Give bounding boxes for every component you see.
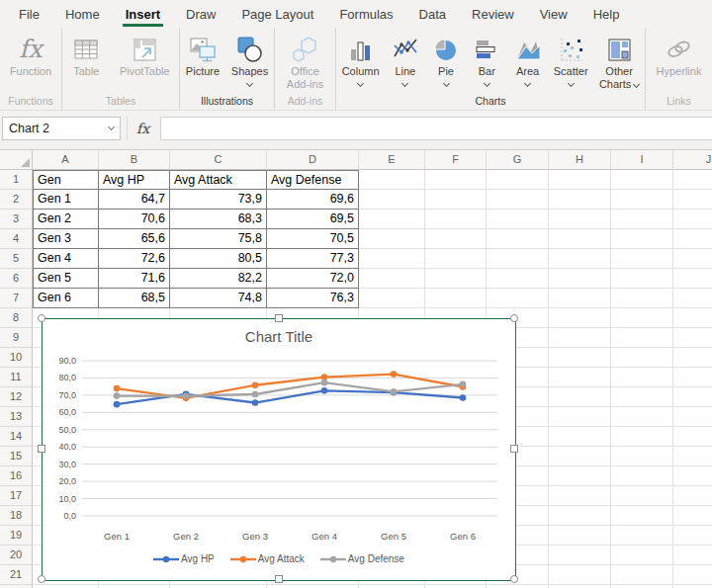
cell-B7[interactable]: 68,5 (99, 289, 170, 308)
cell-D7[interactable]: 76,3 (267, 289, 359, 308)
cell-I14[interactable] (611, 427, 673, 447)
cell-F6[interactable] (425, 269, 487, 289)
cell-I11[interactable] (611, 368, 673, 387)
cell-J3[interactable] (673, 210, 712, 229)
cell-I4[interactable] (611, 229, 673, 249)
cell-F2[interactable] (425, 190, 487, 210)
cell-A4[interactable]: Gen 3 (33, 229, 99, 249)
cell-H10[interactable] (549, 348, 611, 368)
area-chart-button[interactable]: Area (510, 32, 546, 88)
column-chart-button[interactable]: Column (339, 32, 383, 88)
row-header-20[interactable]: 20 (0, 546, 33, 565)
row-header-14[interactable]: 14 (0, 427, 33, 447)
cell-J4[interactable] (673, 229, 712, 249)
cell-H12[interactable] (549, 387, 611, 407)
cell-I3[interactable] (611, 210, 673, 229)
cell-F7[interactable] (425, 289, 487, 308)
cell-I8[interactable] (611, 308, 673, 328)
formula-bar-input[interactable] (160, 117, 712, 140)
cell-C3[interactable]: 68,3 (170, 210, 267, 229)
cell-I7[interactable] (611, 289, 673, 308)
cell-I20[interactable] (611, 546, 673, 565)
column-header-A[interactable]: A (33, 150, 99, 170)
cell-J18[interactable] (673, 506, 712, 526)
cell-D1[interactable]: Avg Defense (267, 170, 359, 190)
cell-J20[interactable] (673, 546, 712, 565)
cell-J6[interactable] (673, 269, 712, 289)
cell-I18[interactable] (611, 506, 673, 526)
row-header-9[interactable]: 9 (0, 328, 33, 348)
cell-J7[interactable] (673, 289, 712, 308)
cell-I17[interactable] (611, 486, 673, 506)
cell-E7[interactable] (359, 289, 425, 308)
column-header-J[interactable]: J (673, 150, 712, 170)
cell-B6[interactable]: 71,6 (99, 269, 170, 289)
cell-C5[interactable]: 80,5 (170, 249, 267, 269)
cell-H9[interactable] (549, 328, 611, 348)
other-charts-button[interactable]: Other Charts (596, 32, 642, 93)
selection-handle-bottom-left[interactable] (38, 575, 45, 583)
cell-I19[interactable] (611, 526, 673, 546)
cell-J21[interactable] (673, 565, 712, 585)
row-header-18[interactable]: 18 (0, 506, 33, 526)
row-header-8[interactable]: 8 (0, 308, 33, 328)
name-box[interactable]: Chart 2 (2, 117, 121, 140)
cell-H19[interactable] (549, 526, 611, 546)
tab-help[interactable]: Help (580, 3, 633, 28)
row-header-10[interactable]: 10 (0, 348, 33, 368)
cell-I1[interactable] (611, 170, 673, 190)
tab-file[interactable]: File (6, 3, 52, 28)
cell-J14[interactable] (673, 427, 712, 447)
cell-E3[interactable] (359, 210, 425, 229)
cell-H6[interactable] (549, 269, 611, 289)
cell-J15[interactable] (673, 447, 712, 466)
cell-I16[interactable] (611, 466, 673, 486)
cell-A6[interactable]: Gen 5 (33, 269, 99, 289)
cell-H16[interactable] (549, 466, 611, 486)
tab-formulas[interactable]: Formulas (326, 3, 405, 28)
cell-H1[interactable] (549, 170, 611, 190)
selection-handle-top-right[interactable] (510, 314, 518, 322)
selection-handle-top-left[interactable] (38, 314, 45, 322)
cell-H8[interactable] (549, 308, 611, 328)
cell-J8[interactable] (673, 308, 712, 328)
row-header-7[interactable]: 7 (0, 289, 33, 308)
row-header-1[interactable]: 1 (0, 170, 33, 190)
cell-J19[interactable] (673, 526, 712, 546)
row-header-3[interactable]: 3 (0, 210, 33, 229)
cell-I9[interactable] (611, 328, 673, 348)
cell-B4[interactable]: 65,6 (99, 229, 170, 249)
cell-E1[interactable] (359, 170, 425, 190)
selection-handle-middle-left[interactable] (38, 445, 45, 453)
row-header-19[interactable]: 19 (0, 526, 33, 546)
column-header-H[interactable]: H (549, 150, 611, 170)
cell-F4[interactable] (425, 229, 487, 249)
column-header-E[interactable]: E (359, 150, 425, 170)
tab-home[interactable]: Home (52, 3, 113, 28)
tab-review[interactable]: Review (459, 3, 527, 28)
cell-I10[interactable] (611, 348, 673, 368)
cell-F5[interactable] (425, 249, 487, 269)
cell-J17[interactable] (673, 486, 712, 506)
cell-H2[interactable] (549, 190, 611, 210)
select-all-corner[interactable] (0, 150, 33, 170)
selection-handle-top-middle[interactable] (275, 314, 283, 322)
cell-H17[interactable] (549, 486, 611, 506)
cell-H5[interactable] (549, 249, 611, 269)
cell-A1[interactable]: Gen (33, 170, 99, 190)
cell-H13[interactable] (549, 407, 611, 427)
selection-handle-bottom-right[interactable] (510, 575, 518, 583)
cell-D3[interactable]: 69,5 (267, 210, 359, 229)
cell-B2[interactable]: 64,7 (99, 190, 170, 210)
cell-H4[interactable] (549, 229, 611, 249)
cell-H14[interactable] (549, 427, 611, 447)
cell-C1[interactable]: Avg Attack (170, 170, 267, 190)
row-header-13[interactable]: 13 (0, 407, 33, 427)
cell-C2[interactable]: 73,9 (170, 190, 267, 210)
tab-page-layout[interactable]: Page Layout (228, 3, 326, 28)
cell-J16[interactable] (673, 466, 712, 486)
cell-G7[interactable] (487, 289, 549, 308)
column-header-B[interactable]: B (99, 150, 170, 170)
bar-chart-button[interactable]: Bar (469, 32, 504, 88)
cell-E4[interactable] (359, 229, 425, 249)
